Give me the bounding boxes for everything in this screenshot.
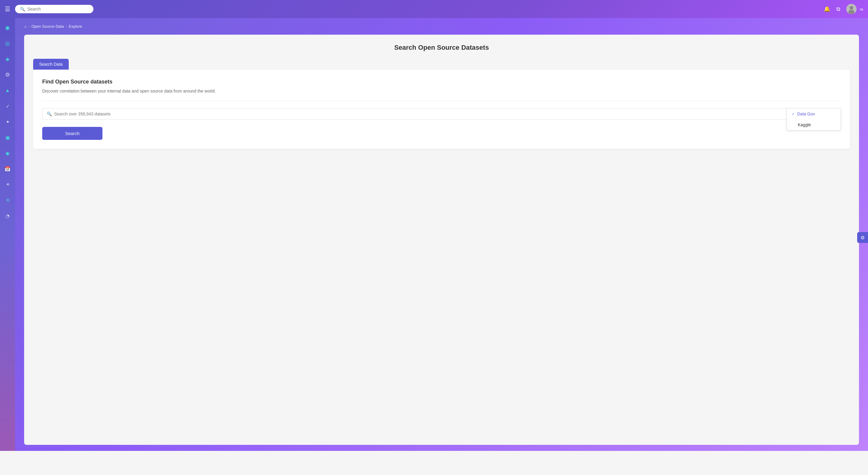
ds-search-icon: 🔍 — [47, 112, 52, 116]
app-body: ◉ ◎ ◈ ⚙ ▲ ✓ ✦ ▣ ◉ 📅 ⟲ ⟲ ◔ ⌂ - Open Sourc… — [0, 18, 868, 451]
sidebar-item-pipeline[interactable]: ▲ — [3, 86, 12, 95]
source-dropdown: ✓ Data Gov Kaggle — [786, 108, 841, 130]
sidebar-item-calendar[interactable]: 📅 — [3, 164, 12, 173]
sidebar-item-cookie[interactable]: ◔ — [3, 211, 12, 221]
breadcrumb-explore[interactable]: Explore — [69, 24, 82, 29]
sidebar-item-settings[interactable]: ⚙ — [3, 70, 12, 80]
header-right: 🔔 ⧉ ra — [824, 4, 863, 14]
header: ☰ 🔍 🔔 ⧉ ra — [0, 0, 868, 18]
panel-heading: Find Open Source datasets — [42, 79, 841, 85]
check-icon: ✓ — [792, 112, 795, 116]
sidebar-item-analytics[interactable]: ◉ — [3, 148, 12, 158]
dropdown-item-kaggle[interactable]: Kaggle — [787, 119, 841, 130]
avatar-label: ra — [860, 7, 863, 11]
page-card: Search Open Source Datasets Search Data … — [24, 35, 859, 445]
sidebar-item-dashboard[interactable]: ◉ — [3, 23, 12, 33]
tabs: Search Data — [33, 59, 850, 70]
menu-icon[interactable]: ☰ — [5, 5, 10, 13]
bottom-area — [0, 451, 868, 475]
sidebar-item-launch[interactable]: ⟲ — [3, 195, 12, 205]
main-content: ⌂ - Open Source Data - Explore Search Op… — [15, 18, 868, 451]
svg-point-2 — [848, 10, 855, 14]
sidebar-item-explore[interactable]: ◎ — [3, 39, 12, 48]
divider — [42, 101, 841, 101]
breadcrumb: ⌂ - Open Source Data - Explore — [24, 24, 859, 29]
sidebar-item-star[interactable]: ✦ — [3, 117, 12, 127]
sidebar-item-data[interactable]: ◈ — [3, 54, 12, 64]
sidebar: ◉ ◎ ◈ ⚙ ▲ ✓ ✦ ▣ ◉ 📅 ⟲ ⟲ ◔ — [0, 18, 15, 451]
svg-point-1 — [849, 6, 853, 10]
breadcrumb-sep-2: - — [66, 24, 67, 29]
notification-icon[interactable]: 🔔 — [824, 6, 830, 12]
dropdown-item-data-gov[interactable]: ✓ Data Gov — [787, 108, 841, 119]
header-search-icon: 🔍 — [20, 7, 25, 11]
settings-fab[interactable]: ⚙ — [857, 232, 868, 243]
dataset-search-input[interactable] — [54, 112, 836, 116]
sidebar-item-d[interactable]: ⟲ — [3, 180, 12, 189]
breadcrumb-home[interactable]: ⌂ — [24, 24, 27, 29]
search-panel: Find Open Source datasets Discover corre… — [33, 70, 850, 149]
settings-fab-icon: ⚙ — [861, 235, 865, 241]
search-button[interactable]: Search — [42, 127, 102, 140]
search-row: 🔍 ✓ Data Gov Kaggle — [42, 108, 841, 120]
header-search-bar[interactable]: 🔍 — [15, 5, 93, 13]
header-search-input[interactable] — [27, 7, 89, 11]
sidebar-item-files[interactable]: ▣ — [3, 133, 12, 142]
breadcrumb-sep-1: - — [28, 24, 30, 29]
dataset-search-input-wrap[interactable]: 🔍 — [42, 108, 841, 120]
panel-description: Discover correlation between your intern… — [42, 89, 841, 93]
breadcrumb-open-source-data[interactable]: Open Source Data — [31, 24, 64, 29]
avatar[interactable] — [846, 4, 857, 14]
tab-search-data[interactable]: Search Data — [33, 59, 69, 70]
expand-icon[interactable]: ⧉ — [836, 6, 840, 12]
page-title: Search Open Source Datasets — [33, 44, 850, 52]
dropdown-label-data-gov: Data Gov — [797, 112, 815, 116]
dropdown-label-kaggle: Kaggle — [798, 122, 811, 127]
sidebar-item-check[interactable]: ✓ — [3, 101, 12, 111]
